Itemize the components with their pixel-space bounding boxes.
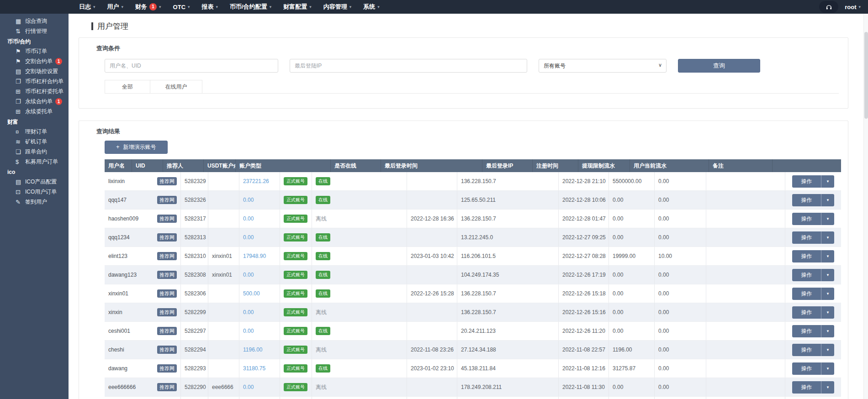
cell-actions: 操作 ▾ bbox=[785, 284, 841, 303]
nav-reports[interactable]: 报表 ▾ bbox=[196, 0, 224, 14]
sidebar-item-perpetual-contracts[interactable]: ❐ 永续合约单 1 bbox=[0, 96, 69, 106]
action-button[interactable]: 操作 bbox=[792, 325, 821, 337]
action-dropdown-button[interactable]: ▾ bbox=[821, 325, 834, 337]
balance-link[interactable]: 237221.26 bbox=[243, 178, 269, 184]
cell-current-flow: 0.00 bbox=[655, 378, 706, 396]
action-dropdown-button[interactable]: ▾ bbox=[821, 362, 834, 375]
action-dropdown-button[interactable]: ▾ bbox=[821, 269, 834, 281]
bookmark-icon: ⚑ bbox=[16, 48, 25, 55]
sidebar-section-ico: ico bbox=[0, 167, 69, 177]
sidebar-item-delivery-contracts[interactable]: ⚑ 交割合约单 1 bbox=[0, 56, 69, 66]
sidebar-item-leverage-entrust[interactable]: ⊞ 币币杠杆委托单 bbox=[0, 86, 69, 96]
username-text: xinxin bbox=[108, 309, 122, 315]
action-button[interactable]: 操作 bbox=[792, 344, 821, 356]
last-login-ip-input[interactable] bbox=[290, 59, 527, 73]
chevron-down-icon: ▾ bbox=[309, 5, 312, 9]
balance-link[interactable]: 17948.90 bbox=[243, 253, 266, 259]
action-dropdown-button[interactable]: ▾ bbox=[821, 306, 834, 319]
balance-link[interactable]: 0.00 bbox=[243, 309, 254, 315]
nav-coin-contract-config[interactable]: 币币/合约配置 ▾ bbox=[224, 0, 277, 14]
balance-link[interactable]: 31180.75 bbox=[243, 365, 265, 372]
cell-last-login-time bbox=[407, 191, 457, 209]
table-row: eee666666 推荐网 5282290 eee6666 0.00 正式账号 … bbox=[105, 378, 841, 397]
action-dropdown-button[interactable]: ▾ bbox=[821, 381, 834, 394]
online-status-badge: 在线 bbox=[316, 271, 330, 279]
action-button[interactable]: 操作 bbox=[792, 362, 821, 375]
topbar: 日志 ▾ 用户 ▾ 财务 1 ▾ OTC ▾ 报表 bbox=[0, 0, 868, 14]
nav-otc[interactable]: OTC ▾ bbox=[167, 0, 196, 14]
table-row: dawang123 推荐网 5282308 xinxin01 0.00 正式账号… bbox=[105, 266, 841, 284]
user-menu[interactable]: root ▾ bbox=[845, 4, 861, 10]
balance-link[interactable]: 0.00 bbox=[243, 384, 254, 390]
table-row: eee6666 推荐网 5282287 90114.48 正式账号 离线 bbox=[105, 397, 841, 399]
sidebar-item-label: 币币杠杆委托单 bbox=[25, 88, 64, 95]
search-button[interactable]: 查询 bbox=[678, 59, 760, 73]
sidebar-item-checkin-users[interactable]: ✎ 签到用户 bbox=[0, 197, 69, 207]
online-status-badge: 离线 bbox=[316, 346, 327, 354]
action-button[interactable]: 操作 bbox=[792, 269, 821, 281]
sidebar-item-miner-orders[interactable]: ≋ 矿机订单 bbox=[0, 136, 69, 147]
nav-system[interactable]: 系统 ▾ bbox=[357, 0, 386, 14]
balance-link[interactable]: 1196.00 bbox=[243, 346, 263, 353]
action-dropdown-button[interactable]: ▾ bbox=[821, 175, 834, 188]
action-button[interactable]: 操作 bbox=[792, 250, 821, 262]
action-button[interactable]: 操作 bbox=[792, 306, 821, 319]
username-uid-input[interactable] bbox=[105, 59, 278, 73]
sidebar-item-label: 永续委托单 bbox=[25, 108, 53, 116]
cell-remark bbox=[706, 378, 785, 396]
cell-remark bbox=[706, 172, 785, 190]
cell-referrer bbox=[208, 322, 239, 340]
sidebar-item-coin-orders[interactable]: ⚑ 币币订单 bbox=[0, 46, 69, 56]
sidebar-item-overview[interactable]: ▦ 综合查询 bbox=[0, 16, 69, 26]
balance-link[interactable]: 0.00 bbox=[243, 197, 254, 203]
cell-current-flow: 0.00 bbox=[655, 210, 706, 228]
account-type-select[interactable]: 所有账号 bbox=[539, 59, 667, 73]
cell-uid: 5282317 bbox=[181, 210, 208, 228]
action-button[interactable]: 操作 bbox=[792, 175, 821, 188]
action-dropdown-button[interactable]: ▾ bbox=[821, 250, 834, 262]
balance-link[interactable]: 0.00 bbox=[243, 234, 254, 241]
vertical-scrollbar[interactable] bbox=[863, 14, 868, 399]
action-dropdown-button[interactable]: ▾ bbox=[821, 213, 834, 225]
nav-content-manage[interactable]: 内容管理 ▾ bbox=[318, 0, 358, 14]
support-button[interactable] bbox=[819, 1, 838, 13]
sidebar-item-perpetual-entrust[interactable]: ⊞ 永续委托单 bbox=[0, 106, 69, 116]
add-demo-account-button[interactable]: +新增演示账号 bbox=[105, 141, 168, 154]
action-button[interactable]: 操作 bbox=[792, 231, 821, 244]
cell-referrer bbox=[208, 172, 239, 190]
action-dropdown-button[interactable]: ▾ bbox=[821, 194, 834, 206]
action-button[interactable]: 操作 bbox=[792, 194, 821, 206]
online-status-badge: 在线 bbox=[316, 364, 330, 373]
sidebar-item-label: 签到用户 bbox=[25, 198, 47, 206]
nav-logs[interactable]: 日志 ▾ bbox=[73, 0, 101, 14]
sidebar-item-label: 币币杠杆合约单 bbox=[25, 78, 64, 85]
balance-link[interactable]: 0.00 bbox=[243, 328, 254, 334]
balance-link[interactable]: 500.00 bbox=[243, 290, 260, 297]
nav-item-label: 用户 bbox=[107, 3, 119, 11]
sidebar-item-ico-product-config[interactable]: ▤ ICO产品配置 bbox=[0, 177, 69, 187]
cell-register-time: 2022-12-26 15:16 bbox=[559, 303, 609, 321]
action-button[interactable]: 操作 bbox=[792, 381, 821, 394]
action-button[interactable]: 操作 bbox=[792, 288, 821, 300]
sidebar-item-leverage-contracts[interactable]: ❐ 币币杠杆合约单 bbox=[0, 76, 69, 86]
referral-net-badge: 推荐网 bbox=[157, 346, 177, 354]
action-dropdown-button[interactable]: ▾ bbox=[821, 344, 834, 356]
tab-online-users[interactable]: 在线用户 bbox=[150, 80, 202, 93]
sidebar-item-delivery-risk-settings[interactable]: ▤ 交割场控设置 bbox=[0, 66, 69, 76]
nav-user[interactable]: 用户 ▾ bbox=[101, 0, 130, 14]
sidebar-item-ico-user-orders[interactable]: ⊡ ICO用户订单 bbox=[0, 187, 69, 197]
sidebar-item-market-manage[interactable]: ⇅ 行情管理 bbox=[0, 26, 69, 36]
balance-link[interactable]: 0.00 bbox=[243, 215, 254, 222]
action-dropdown-button[interactable]: ▾ bbox=[821, 231, 834, 244]
nav-wealth-config[interactable]: 财富配置 ▾ bbox=[277, 0, 318, 14]
vertical-scrollbar-thumb[interactable] bbox=[864, 32, 868, 119]
username-text: dawang bbox=[108, 365, 127, 372]
nav-finance[interactable]: 财务 1 ▾ bbox=[129, 0, 167, 14]
action-button[interactable]: 操作 bbox=[792, 213, 821, 225]
sidebar-item-finance-orders[interactable]: ¤ 理财订单 bbox=[0, 126, 69, 136]
sidebar-item-private-user-orders[interactable]: $ 私募用户订单 bbox=[0, 157, 69, 167]
balance-link[interactable]: 0.00 bbox=[243, 272, 254, 278]
tab-all[interactable]: 全部 bbox=[105, 80, 150, 93]
sidebar-item-follow-contracts[interactable]: ❏ 跟单合约 bbox=[0, 147, 69, 157]
action-dropdown-button[interactable]: ▾ bbox=[821, 288, 834, 300]
